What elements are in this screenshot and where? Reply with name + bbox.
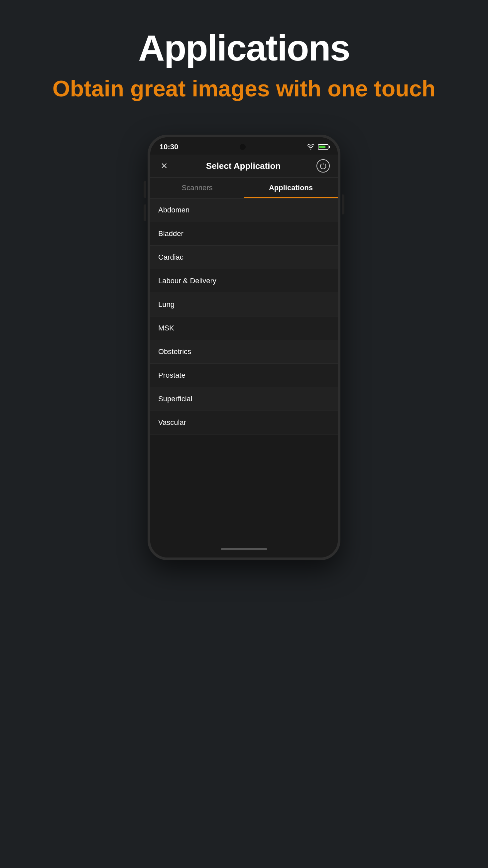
- phone-mockup: 10:30 ✕ Select Application: [148, 135, 340, 560]
- list-item-lung[interactable]: Lung: [150, 293, 338, 316]
- home-bar: [221, 548, 267, 550]
- list-item-vascular[interactable]: Vascular: [150, 411, 338, 434]
- page-title: Applications: [138, 27, 350, 69]
- close-button[interactable]: ✕: [158, 160, 170, 172]
- screen-title: Select Application: [170, 161, 316, 171]
- status-time: 10:30: [159, 143, 178, 151]
- close-icon: ✕: [160, 161, 168, 170]
- phone-screen: 10:30 ✕ Select Application: [148, 135, 340, 560]
- list-item-msk[interactable]: MSK: [150, 316, 338, 340]
- battery-icon: [318, 144, 329, 150]
- status-icons: [307, 144, 329, 150]
- tab-scanners[interactable]: Scanners: [150, 178, 244, 198]
- list-item-abdomen[interactable]: Abdomen: [150, 198, 338, 222]
- wifi-icon: [307, 144, 314, 150]
- tab-bar: Scanners Applications: [150, 178, 338, 198]
- list-item-obstetrics[interactable]: Obstetrics: [150, 340, 338, 364]
- tab-applications[interactable]: Applications: [244, 178, 338, 198]
- home-indicator: [150, 541, 338, 558]
- list-item-labour-delivery[interactable]: Labour & Delivery: [150, 269, 338, 293]
- page-subtitle: Obtain great images with one touch: [53, 75, 435, 101]
- app-header: ✕ Select Application: [150, 155, 338, 178]
- list-item-cardiac[interactable]: Cardiac: [150, 246, 338, 269]
- volume-up-button[interactable]: [144, 181, 146, 198]
- camera-notch: [240, 144, 246, 150]
- power-icon: [320, 162, 327, 169]
- application-list: Abdomen Bladder Cardiac Labour & Deliver…: [150, 198, 338, 434]
- volume-down-button[interactable]: [144, 205, 146, 221]
- list-item-bladder[interactable]: Bladder: [150, 222, 338, 246]
- power-button[interactable]: [316, 159, 330, 173]
- list-item-prostate[interactable]: Prostate: [150, 364, 338, 387]
- power-side-button[interactable]: [342, 194, 344, 214]
- status-bar: 10:30: [150, 137, 338, 155]
- empty-space: [150, 434, 338, 541]
- battery-fill: [319, 146, 326, 148]
- list-item-superficial[interactable]: Superficial: [150, 387, 338, 411]
